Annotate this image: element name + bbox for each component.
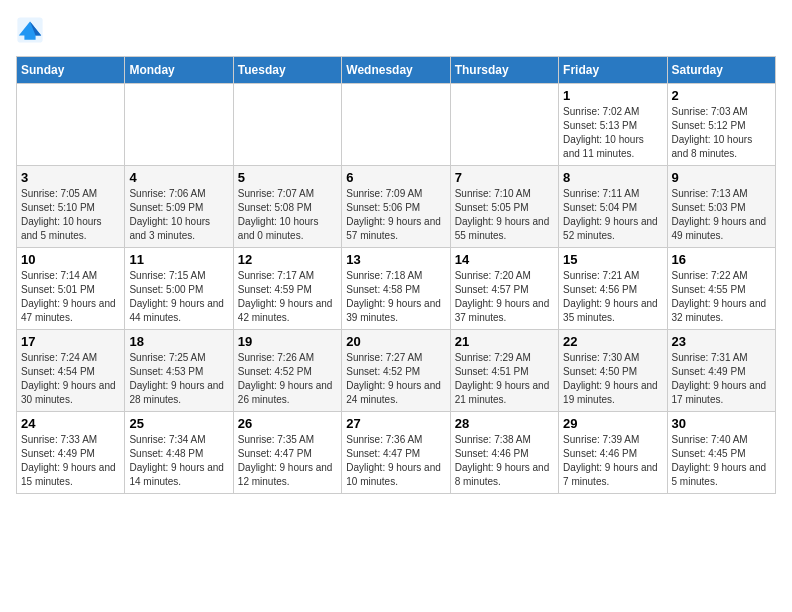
week-row-3: 17Sunrise: 7:24 AM Sunset: 4:54 PM Dayli… bbox=[17, 330, 776, 412]
calendar-cell: 8Sunrise: 7:11 AM Sunset: 5:04 PM Daylig… bbox=[559, 166, 667, 248]
calendar-cell: 18Sunrise: 7:25 AM Sunset: 4:53 PM Dayli… bbox=[125, 330, 233, 412]
day-info: Sunrise: 7:11 AM Sunset: 5:04 PM Dayligh… bbox=[563, 187, 662, 243]
calendar-cell: 21Sunrise: 7:29 AM Sunset: 4:51 PM Dayli… bbox=[450, 330, 558, 412]
calendar-cell: 26Sunrise: 7:35 AM Sunset: 4:47 PM Dayli… bbox=[233, 412, 341, 494]
day-info: Sunrise: 7:36 AM Sunset: 4:47 PM Dayligh… bbox=[346, 433, 445, 489]
day-info: Sunrise: 7:26 AM Sunset: 4:52 PM Dayligh… bbox=[238, 351, 337, 407]
calendar-cell: 3Sunrise: 7:05 AM Sunset: 5:10 PM Daylig… bbox=[17, 166, 125, 248]
day-info: Sunrise: 7:13 AM Sunset: 5:03 PM Dayligh… bbox=[672, 187, 771, 243]
day-number: 18 bbox=[129, 334, 228, 349]
day-info: Sunrise: 7:06 AM Sunset: 5:09 PM Dayligh… bbox=[129, 187, 228, 243]
calendar-cell: 9Sunrise: 7:13 AM Sunset: 5:03 PM Daylig… bbox=[667, 166, 775, 248]
calendar-cell bbox=[233, 84, 341, 166]
day-info: Sunrise: 7:24 AM Sunset: 4:54 PM Dayligh… bbox=[21, 351, 120, 407]
calendar-cell: 7Sunrise: 7:10 AM Sunset: 5:05 PM Daylig… bbox=[450, 166, 558, 248]
calendar-cell bbox=[17, 84, 125, 166]
calendar-cell: 23Sunrise: 7:31 AM Sunset: 4:49 PM Dayli… bbox=[667, 330, 775, 412]
weekday-header-monday: Monday bbox=[125, 57, 233, 84]
calendar-cell bbox=[125, 84, 233, 166]
weekday-header-row: SundayMondayTuesdayWednesdayThursdayFrid… bbox=[17, 57, 776, 84]
day-number: 6 bbox=[346, 170, 445, 185]
day-number: 21 bbox=[455, 334, 554, 349]
weekday-header-tuesday: Tuesday bbox=[233, 57, 341, 84]
day-info: Sunrise: 7:10 AM Sunset: 5:05 PM Dayligh… bbox=[455, 187, 554, 243]
day-number: 2 bbox=[672, 88, 771, 103]
calendar-cell: 24Sunrise: 7:33 AM Sunset: 4:49 PM Dayli… bbox=[17, 412, 125, 494]
calendar-cell bbox=[342, 84, 450, 166]
day-number: 10 bbox=[21, 252, 120, 267]
day-number: 27 bbox=[346, 416, 445, 431]
week-row-2: 10Sunrise: 7:14 AM Sunset: 5:01 PM Dayli… bbox=[17, 248, 776, 330]
day-number: 14 bbox=[455, 252, 554, 267]
day-number: 26 bbox=[238, 416, 337, 431]
day-info: Sunrise: 7:20 AM Sunset: 4:57 PM Dayligh… bbox=[455, 269, 554, 325]
day-number: 24 bbox=[21, 416, 120, 431]
calendar-cell: 11Sunrise: 7:15 AM Sunset: 5:00 PM Dayli… bbox=[125, 248, 233, 330]
day-number: 13 bbox=[346, 252, 445, 267]
day-number: 30 bbox=[672, 416, 771, 431]
day-info: Sunrise: 7:15 AM Sunset: 5:00 PM Dayligh… bbox=[129, 269, 228, 325]
week-row-4: 24Sunrise: 7:33 AM Sunset: 4:49 PM Dayli… bbox=[17, 412, 776, 494]
day-info: Sunrise: 7:03 AM Sunset: 5:12 PM Dayligh… bbox=[672, 105, 771, 161]
weekday-header-thursday: Thursday bbox=[450, 57, 558, 84]
calendar-cell: 10Sunrise: 7:14 AM Sunset: 5:01 PM Dayli… bbox=[17, 248, 125, 330]
day-number: 1 bbox=[563, 88, 662, 103]
day-number: 8 bbox=[563, 170, 662, 185]
calendar-cell: 17Sunrise: 7:24 AM Sunset: 4:54 PM Dayli… bbox=[17, 330, 125, 412]
calendar-cell: 4Sunrise: 7:06 AM Sunset: 5:09 PM Daylig… bbox=[125, 166, 233, 248]
day-info: Sunrise: 7:21 AM Sunset: 4:56 PM Dayligh… bbox=[563, 269, 662, 325]
calendar-cell: 29Sunrise: 7:39 AM Sunset: 4:46 PM Dayli… bbox=[559, 412, 667, 494]
calendar-cell: 5Sunrise: 7:07 AM Sunset: 5:08 PM Daylig… bbox=[233, 166, 341, 248]
day-number: 5 bbox=[238, 170, 337, 185]
calendar-cell: 30Sunrise: 7:40 AM Sunset: 4:45 PM Dayli… bbox=[667, 412, 775, 494]
day-number: 12 bbox=[238, 252, 337, 267]
day-info: Sunrise: 7:14 AM Sunset: 5:01 PM Dayligh… bbox=[21, 269, 120, 325]
day-info: Sunrise: 7:29 AM Sunset: 4:51 PM Dayligh… bbox=[455, 351, 554, 407]
day-info: Sunrise: 7:07 AM Sunset: 5:08 PM Dayligh… bbox=[238, 187, 337, 243]
page-header bbox=[16, 16, 776, 44]
calendar-cell: 14Sunrise: 7:20 AM Sunset: 4:57 PM Dayli… bbox=[450, 248, 558, 330]
day-number: 23 bbox=[672, 334, 771, 349]
weekday-header-friday: Friday bbox=[559, 57, 667, 84]
calendar-cell: 25Sunrise: 7:34 AM Sunset: 4:48 PM Dayli… bbox=[125, 412, 233, 494]
calendar-cell: 22Sunrise: 7:30 AM Sunset: 4:50 PM Dayli… bbox=[559, 330, 667, 412]
day-info: Sunrise: 7:38 AM Sunset: 4:46 PM Dayligh… bbox=[455, 433, 554, 489]
day-number: 3 bbox=[21, 170, 120, 185]
day-info: Sunrise: 7:31 AM Sunset: 4:49 PM Dayligh… bbox=[672, 351, 771, 407]
calendar-cell: 2Sunrise: 7:03 AM Sunset: 5:12 PM Daylig… bbox=[667, 84, 775, 166]
day-number: 17 bbox=[21, 334, 120, 349]
day-number: 16 bbox=[672, 252, 771, 267]
day-info: Sunrise: 7:35 AM Sunset: 4:47 PM Dayligh… bbox=[238, 433, 337, 489]
calendar-cell: 20Sunrise: 7:27 AM Sunset: 4:52 PM Dayli… bbox=[342, 330, 450, 412]
day-info: Sunrise: 7:40 AM Sunset: 4:45 PM Dayligh… bbox=[672, 433, 771, 489]
day-info: Sunrise: 7:02 AM Sunset: 5:13 PM Dayligh… bbox=[563, 105, 662, 161]
weekday-header-sunday: Sunday bbox=[17, 57, 125, 84]
day-info: Sunrise: 7:05 AM Sunset: 5:10 PM Dayligh… bbox=[21, 187, 120, 243]
calendar-cell: 1Sunrise: 7:02 AM Sunset: 5:13 PM Daylig… bbox=[559, 84, 667, 166]
day-number: 22 bbox=[563, 334, 662, 349]
day-info: Sunrise: 7:09 AM Sunset: 5:06 PM Dayligh… bbox=[346, 187, 445, 243]
day-number: 15 bbox=[563, 252, 662, 267]
day-info: Sunrise: 7:17 AM Sunset: 4:59 PM Dayligh… bbox=[238, 269, 337, 325]
day-number: 20 bbox=[346, 334, 445, 349]
weekday-header-wednesday: Wednesday bbox=[342, 57, 450, 84]
calendar-cell: 12Sunrise: 7:17 AM Sunset: 4:59 PM Dayli… bbox=[233, 248, 341, 330]
day-info: Sunrise: 7:25 AM Sunset: 4:53 PM Dayligh… bbox=[129, 351, 228, 407]
day-info: Sunrise: 7:34 AM Sunset: 4:48 PM Dayligh… bbox=[129, 433, 228, 489]
calendar-cell: 16Sunrise: 7:22 AM Sunset: 4:55 PM Dayli… bbox=[667, 248, 775, 330]
day-number: 4 bbox=[129, 170, 228, 185]
calendar-table: SundayMondayTuesdayWednesdayThursdayFrid… bbox=[16, 56, 776, 494]
calendar-cell: 15Sunrise: 7:21 AM Sunset: 4:56 PM Dayli… bbox=[559, 248, 667, 330]
day-info: Sunrise: 7:33 AM Sunset: 4:49 PM Dayligh… bbox=[21, 433, 120, 489]
calendar-cell bbox=[450, 84, 558, 166]
day-info: Sunrise: 7:22 AM Sunset: 4:55 PM Dayligh… bbox=[672, 269, 771, 325]
calendar-cell: 28Sunrise: 7:38 AM Sunset: 4:46 PM Dayli… bbox=[450, 412, 558, 494]
week-row-0: 1Sunrise: 7:02 AM Sunset: 5:13 PM Daylig… bbox=[17, 84, 776, 166]
day-number: 7 bbox=[455, 170, 554, 185]
logo bbox=[16, 16, 46, 44]
day-number: 11 bbox=[129, 252, 228, 267]
calendar-cell: 6Sunrise: 7:09 AM Sunset: 5:06 PM Daylig… bbox=[342, 166, 450, 248]
day-number: 29 bbox=[563, 416, 662, 431]
calendar-cell: 19Sunrise: 7:26 AM Sunset: 4:52 PM Dayli… bbox=[233, 330, 341, 412]
day-info: Sunrise: 7:18 AM Sunset: 4:58 PM Dayligh… bbox=[346, 269, 445, 325]
